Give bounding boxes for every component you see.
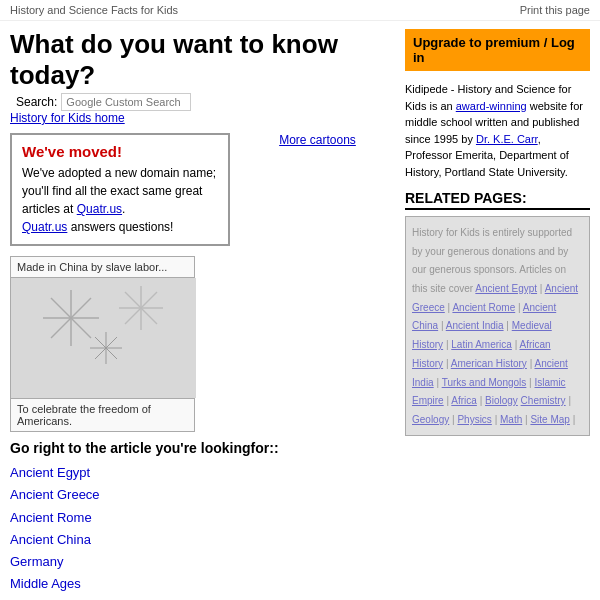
related-pages-box: History for Kids is entirely supported b… (405, 216, 590, 436)
kidipede-blurb: Kidipede - History and Science for Kids … (405, 81, 590, 180)
cartoon-caption-bottom: To celebrate the freedom of Americans. (11, 398, 194, 431)
dr-carr-link[interactable]: Dr. K.E. Carr (476, 133, 538, 145)
svg-rect-0 (11, 278, 196, 398)
right-column: Upgrade to premium / Log in Kidipede - H… (405, 29, 590, 600)
search-input[interactable] (61, 93, 191, 111)
search-label: Search: (16, 95, 57, 109)
award-winning-link[interactable]: award-winning (456, 100, 527, 112)
moved-title: We've moved! (22, 143, 218, 160)
article-link[interactable]: Middle Ages (10, 573, 393, 595)
article-link[interactable]: Ancient Rome (10, 507, 393, 529)
article-link[interactable]: Ancient China (10, 529, 393, 551)
site-name: History and Science Facts for Kids (10, 4, 178, 16)
cartoon-image (11, 278, 196, 398)
article-link[interactable]: Modern Europe (10, 595, 393, 600)
moved-box: We've moved! We've adopted a new domain … (10, 133, 230, 246)
article-links-list: Ancient EgyptAncient GreeceAncient RomeA… (10, 462, 393, 600)
quatr-link[interactable]: Quatr.us (77, 202, 122, 216)
related-pages-title: RELATED PAGES: (405, 190, 590, 210)
article-link[interactable]: Germany (10, 551, 393, 573)
upgrade-banner[interactable]: Upgrade to premium / Log in (405, 29, 590, 71)
moved-text: We've adopted a new domain name; you'll … (22, 164, 218, 236)
print-link[interactable]: Print this page (520, 4, 590, 16)
quatr-answers-link[interactable]: Quatr.us (22, 220, 67, 234)
related-pages-overlay (406, 217, 589, 435)
page-title: What do you want to know today? (10, 29, 393, 91)
search-area: Search: (16, 93, 191, 111)
top-bar: History and Science Facts for Kids Print… (0, 0, 600, 21)
home-link[interactable]: History for Kids home (10, 111, 393, 125)
cartoon-box: Made in China by slave labor... (10, 256, 195, 432)
go-right-heading: Go right to the article you're lookingfo… (10, 440, 393, 456)
article-link[interactable]: Ancient Egypt (10, 462, 393, 484)
article-link[interactable]: Ancient Greece (10, 484, 393, 506)
cartoon-caption-top: Made in China by slave labor... (11, 257, 194, 278)
